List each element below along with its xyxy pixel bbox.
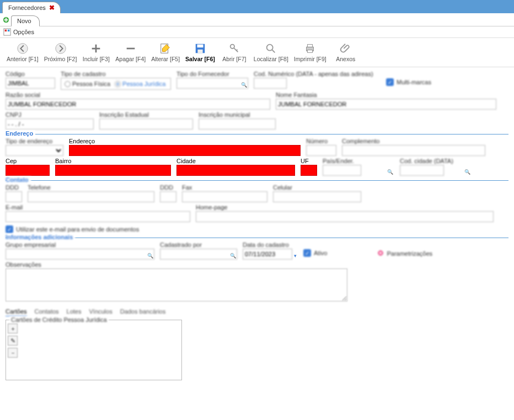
edit-icon — [159, 42, 172, 55]
cnpj-input[interactable] — [6, 119, 94, 130]
card-edit-button[interactable]: ✎ — [8, 336, 18, 346]
card-add-button[interactable]: ＋ — [8, 324, 18, 333]
tab-vinculos[interactable]: Vínculos — [89, 308, 112, 316]
insc-municipal-label: Inscrição municipal — [199, 111, 276, 118]
multi-marcas-checkbox[interactable] — [386, 78, 394, 86]
tab-lotes[interactable]: Lotes — [67, 308, 82, 316]
localizar-button[interactable]: Localizar [F8] — [251, 41, 291, 63]
tipo-endereco-select[interactable] — [6, 145, 63, 156]
lookup-icon[interactable]: 🔍 — [387, 169, 393, 175]
ddd2-input[interactable] — [160, 191, 176, 202]
svg-point-4 — [18, 44, 28, 53]
insc-municipal-input[interactable] — [199, 119, 276, 130]
subtab-novo[interactable]: Novo — [11, 15, 40, 26]
pais-input[interactable] — [323, 165, 361, 176]
svg-rect-14 — [308, 50, 313, 53]
codigo-input[interactable] — [6, 78, 55, 89]
razao-input[interactable] — [6, 99, 270, 110]
cep-label: Cep — [6, 158, 50, 164]
pais-label: País/Ender. — [323, 158, 394, 164]
main-tabbar: Fornecedores ✖ — [0, 0, 514, 13]
alterar-button[interactable]: Alterar [F5] — [149, 41, 182, 63]
uf-input[interactable] — [301, 165, 317, 176]
tab-cartoes[interactable]: Cartões — [6, 308, 27, 316]
radio-pessoa-fisica[interactable]: Pessoa Física — [65, 80, 110, 87]
incluir-button[interactable]: Incluir [F3] — [80, 41, 112, 63]
tab-contatos[interactable]: Contatos — [35, 308, 59, 316]
cod-numerico-label: Cod. Numérico (DATA - apenas das adireas… — [254, 71, 381, 77]
fax-input[interactable] — [182, 191, 267, 202]
cod-cidade-label: Cod. cidade (DATA) — [400, 158, 472, 164]
svg-point-16 — [380, 252, 382, 254]
gear-icon — [377, 249, 384, 258]
options-label[interactable]: Opções — [13, 29, 34, 35]
arrow-right-icon — [55, 42, 67, 55]
anterior-button[interactable]: Anterior [F1] — [4, 41, 41, 63]
cards-legend: Cartões de Crédito Pessoa Jurídica — [9, 316, 109, 323]
ativo-checkbox[interactable] — [303, 249, 311, 257]
tipo-cadastro-label: Tipo de cadastro — [61, 71, 171, 77]
ddd1-input[interactable] — [6, 191, 22, 202]
anexos-button[interactable]: Anexos — [330, 41, 362, 63]
bairro-input[interactable] — [55, 165, 171, 176]
endereco-legend: Endereço — [6, 130, 35, 137]
insc-estadual-input[interactable] — [99, 119, 193, 130]
tab-dados-bancarios[interactable]: Dados bancários — [120, 308, 166, 316]
cidade-input[interactable] — [176, 165, 295, 176]
grupo-input[interactable] — [6, 249, 154, 260]
proximo-button[interactable]: Próximo [F2] — [42, 41, 79, 63]
save-icon — [194, 42, 206, 55]
svg-point-10 — [230, 45, 234, 49]
telefone-input[interactable] — [28, 191, 154, 202]
form-body: Código Tipo de cadastro Pessoa Física Pe… — [0, 67, 514, 384]
fieldset-contato: Contato DDD Telefone DDD Fax Celular E-m… — [6, 180, 508, 233]
options-icon — [3, 28, 11, 36]
lookup-icon[interactable]: 🔍 — [464, 169, 470, 175]
usar-email-checkbox[interactable] — [6, 225, 13, 233]
svg-rect-13 — [308, 45, 313, 47]
data-cadastro-input[interactable] — [243, 249, 292, 260]
salvar-button[interactable]: Salvar [F6] — [183, 41, 217, 63]
lookup-icon[interactable]: 🔍 — [230, 253, 236, 259]
imprimir-button[interactable]: Imprimir [F9] — [292, 41, 329, 63]
key-icon — [228, 42, 240, 55]
radio-pessoa-juridica[interactable]: Pessoa Jurídica — [115, 80, 165, 87]
cep-input[interactable] — [6, 165, 50, 176]
email-input[interactable] — [6, 211, 190, 222]
card-remove-button[interactable]: － — [8, 348, 18, 358]
tab-fornecedores[interactable]: Fornecedores ✖ — [2, 2, 61, 13]
fantasia-input[interactable] — [276, 99, 496, 110]
apagar-button[interactable]: Apagar [F4] — [113, 41, 148, 63]
svg-rect-2 — [5, 30, 7, 32]
complemento-input[interactable] — [342, 145, 485, 156]
parametrizacoes-link[interactable]: Parametrizações — [387, 250, 432, 257]
complemento-label: Complemento — [342, 138, 485, 144]
lookup-icon[interactable]: 🔍 — [147, 253, 153, 259]
numero-label: Número — [306, 138, 336, 144]
endereco-input[interactable] — [69, 145, 301, 156]
plus-icon[interactable] — [2, 16, 10, 24]
arrow-left-icon — [17, 42, 29, 55]
cadastrado-input[interactable] — [160, 249, 237, 260]
celular-input[interactable] — [273, 191, 361, 202]
tipo-fornecedor-input[interactable] — [176, 78, 248, 89]
observacoes-textarea[interactable] — [6, 268, 347, 301]
cod-cidade-input[interactable] — [400, 165, 444, 176]
numero-input[interactable] — [306, 145, 336, 156]
svg-rect-8 — [197, 45, 203, 48]
cod-numerico-input[interactable] — [254, 78, 287, 89]
tipo-endereco-label: Tipo de endereço — [6, 138, 63, 144]
calendar-icon[interactable]: ▾ — [294, 253, 297, 259]
attachment-icon — [340, 42, 352, 55]
close-icon[interactable]: ✖ — [49, 4, 55, 12]
tab-label: Fornecedores — [8, 4, 46, 11]
cnpj-label: CNPJ — [6, 111, 94, 118]
lookup-icon[interactable]: 🔍 — [241, 82, 247, 88]
homepage-input[interactable] — [196, 211, 494, 222]
abrir-button[interactable]: Abrir [F7] — [218, 41, 250, 63]
codigo-label: Código — [6, 71, 55, 77]
sub-tabbar: Novo — [0, 13, 514, 26]
cidade-label: Cidade — [176, 158, 295, 164]
search-icon — [265, 42, 277, 55]
plus-icon — [90, 42, 102, 55]
